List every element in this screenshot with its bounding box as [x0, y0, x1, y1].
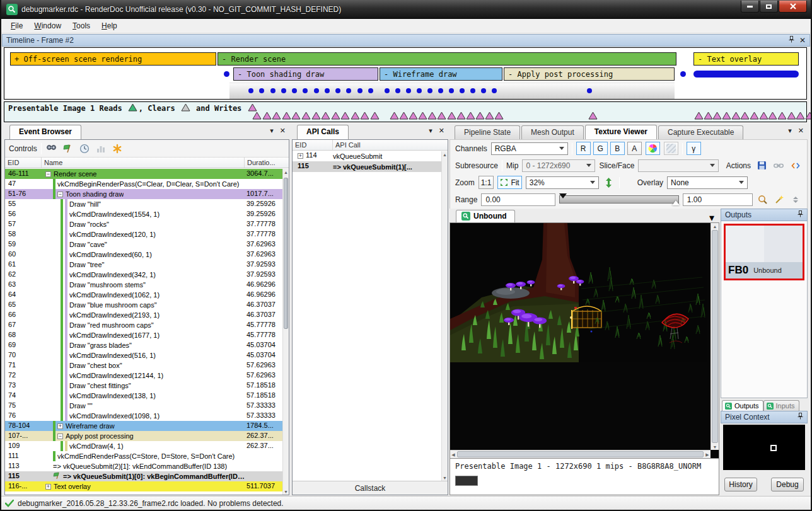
callstack-label[interactable]: Callstack [293, 481, 448, 495]
channel-a-button[interactable]: A [627, 142, 642, 155]
maximize-button[interactable] [760, 1, 778, 13]
timeline-draw-dot[interactable] [395, 88, 400, 93]
api-calls-scrollbar[interactable]: ▲ ▼ [441, 151, 448, 481]
event-row[interactable]: 109vkCmdDraw(4, 1)262.37... [5, 441, 282, 451]
link-icon[interactable] [772, 159, 785, 172]
chevron-down-icon[interactable]: ▾ [270, 127, 274, 135]
stats-icon[interactable] [95, 142, 107, 155]
overlay-pattern-button[interactable] [664, 142, 678, 155]
scroll-down-icon[interactable]: ▼ [442, 474, 448, 481]
texture-image[interactable] [450, 223, 707, 362]
zoom-range-icon[interactable] [757, 193, 769, 206]
event-row[interactable]: 75Draw ""57.33333 [5, 401, 282, 411]
minimize-button[interactable] [741, 1, 759, 13]
time-draws-icon[interactable] [78, 142, 91, 155]
save-icon[interactable] [755, 159, 768, 172]
timeline-draw-dot[interactable] [470, 88, 475, 93]
debug-button[interactable]: Debug [771, 478, 804, 491]
expander-plus-icon[interactable]: + [45, 484, 51, 490]
event-row[interactable]: 67Draw "red mushroom caps"45.77778 [5, 320, 282, 330]
event-browser-scrollbar[interactable]: ▲ ▼ [282, 169, 289, 495]
scroll-up-icon[interactable]: ▲ [442, 151, 448, 158]
event-row[interactable]: 57Draw "rocks"37.77778 [5, 219, 282, 229]
scroll-left-icon[interactable]: ◀ [450, 451, 456, 458]
timeline-marker[interactable]: - Toon shading draw [233, 67, 378, 81]
event-row[interactable]: 76vkCmdDrawIndexed(1098, 1)57.33333 [5, 411, 282, 421]
range-max-input[interactable]: 1.00 [683, 193, 753, 206]
tab-capture-executable[interactable]: Capture Executable [658, 125, 743, 139]
range-black-handle[interactable] [559, 193, 567, 198]
chevron-down-icon[interactable]: ▾ [788, 127, 792, 135]
channel-r-button[interactable]: R [576, 142, 591, 155]
viewport-vscrollbar[interactable]: ▲ ▼ [710, 223, 719, 450]
event-row[interactable]: 58vkCmdDrawIndexed(120, 1)37.77778 [5, 229, 282, 239]
event-row[interactable]: 47vkCmdBeginRenderPass(C=Clear, D=Clear,… [5, 179, 282, 189]
jump-to-event-icon[interactable] [62, 142, 74, 155]
scroll-down-icon[interactable]: ▼ [711, 444, 719, 450]
timeline-draw-dot[interactable] [406, 88, 411, 93]
pin-icon[interactable] [798, 413, 803, 422]
colorwheel-button[interactable] [646, 142, 660, 155]
timeline-draw-dot[interactable] [368, 88, 373, 93]
mip-select[interactable]: 0 - 1272x690 [522, 159, 595, 172]
event-row[interactable]: 107-...−Apply post processing262.37... [5, 431, 282, 441]
tab-outputs[interactable]: Outputs [722, 400, 763, 411]
pixel-context-view[interactable] [723, 425, 805, 470]
find-icon[interactable] [45, 142, 58, 155]
timeline-draw-dot[interactable] [481, 88, 486, 93]
timeline-draw-dot[interactable] [325, 88, 330, 93]
timeline-draw-dot[interactable] [303, 88, 308, 93]
event-row[interactable]: 46-111−Render scene3064.7... [5, 169, 282, 179]
usage-triangle[interactable] [493, 112, 505, 122]
event-row[interactable]: 71Draw "chest box"57.62963 [5, 360, 282, 370]
event-row[interactable]: 68vkCmdDrawIndexed(1677, 1)45.77778 [5, 330, 282, 340]
zoom-fit-button[interactable]: Fit [497, 176, 521, 189]
timeline-draw-dot[interactable] [587, 88, 592, 93]
event-row[interactable]: 69Draw "grass blades"45.03704 [5, 340, 282, 350]
event-row[interactable]: 116-...+Text overlay511.7037 [5, 481, 282, 491]
event-row[interactable]: 59Draw "cave"37.62963 [5, 239, 282, 250]
event-row[interactable]: 55Draw "hill"39.25926 [5, 199, 282, 209]
history-button[interactable]: History [724, 478, 757, 491]
channel-b-button[interactable]: B [610, 142, 625, 155]
timeline-draw-dot[interactable] [314, 88, 319, 93]
tab-api-calls[interactable]: API Calls [297, 125, 349, 139]
timeline-draw-bar[interactable] [693, 71, 799, 78]
menu-window[interactable]: Window [28, 20, 67, 32]
timeline-draw-dot[interactable] [385, 88, 390, 93]
event-row[interactable]: 63Draw "mushroom stems"46.96296 [5, 280, 282, 290]
viewport-hscrollbar[interactable]: ◀ ▶ [450, 450, 710, 458]
close-icon[interactable]: ✕ [799, 36, 806, 45]
usage-triangle[interactable] [804, 112, 812, 122]
timeline-draw-dot[interactable] [492, 88, 497, 93]
channel-g-button[interactable]: G [593, 142, 608, 155]
timeline-draw-dot[interactable] [224, 71, 229, 77]
overlay-select[interactable]: None [667, 176, 748, 189]
api-call-row[interactable]: 115=> vkQueueSubmit(1)[... [293, 161, 448, 172]
range-min-input[interactable]: 0.00 [481, 193, 555, 206]
event-row[interactable]: 62vkCmdDrawIndexed(342, 1)37.92593 [5, 270, 282, 280]
timeline-marker[interactable]: - Text overlay [693, 52, 799, 66]
event-row[interactable]: 61Draw "tree"37.92593 [5, 260, 282, 270]
timeline-draw-dot[interactable] [438, 88, 443, 93]
event-row[interactable]: 66vkCmdDrawIndexed(2193, 1)46.37037 [5, 310, 282, 320]
tab-unbound[interactable]: Unbound [456, 210, 515, 222]
gamma-button[interactable]: γ [687, 142, 701, 155]
title-bar[interactable]: debugmarker.rdc - RenderDoc Unofficial r… [1, 0, 811, 19]
scroll-right-icon[interactable]: ▶ [704, 451, 710, 458]
zoom-select[interactable]: 32% [526, 176, 599, 189]
expander-minus-icon[interactable]: − [57, 192, 63, 197]
timeline-draw-dot[interactable] [270, 88, 276, 93]
tab-texture-viewer[interactable]: Texture Viewer [585, 125, 657, 139]
timeline-marker[interactable]: - Wireframe draw [380, 67, 502, 81]
event-row[interactable]: 64vkCmdDrawIndexed(1062, 1)46.96296 [5, 290, 282, 300]
timeline-draw-dot[interactable] [460, 88, 465, 93]
usage-triangle[interactable] [369, 112, 381, 122]
timeline-draw-dot[interactable] [417, 88, 422, 93]
chevron-down-icon[interactable]: ▾ [429, 127, 432, 135]
timeline-body[interactable]: + Off-screen scene rendering- Render sce… [4, 47, 807, 100]
expander-plus-icon[interactable]: + [298, 153, 303, 159]
timeline-draw-dot[interactable] [259, 88, 264, 93]
event-row[interactable]: 60vkCmdDrawIndexed(60, 1)37.62963 [5, 250, 282, 260]
event-row[interactable]: 78-104+Wireframe draw1784.5... [5, 421, 282, 431]
